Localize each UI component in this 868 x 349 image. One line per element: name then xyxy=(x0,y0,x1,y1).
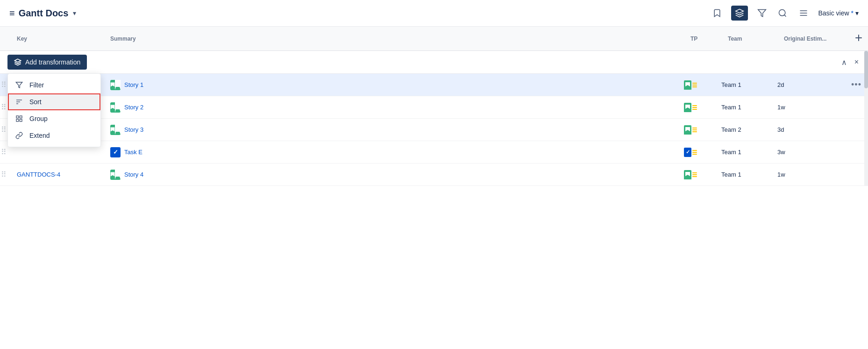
dropdown-item-group[interactable]: Group xyxy=(8,110,100,127)
svg-line-3 xyxy=(784,15,786,17)
estimate-cell: 1w xyxy=(770,167,845,182)
summary-text: Story 4 xyxy=(124,171,143,178)
drag-handle[interactable]: ⠿ xyxy=(0,170,9,179)
tp-icon xyxy=(684,125,697,135)
table-header: Key Summary TP Team Original Estim... xyxy=(0,27,868,51)
svg-rect-13 xyxy=(20,116,22,118)
table-row: ⠿ GANTTDOCS-4 Story 4 xyxy=(0,164,868,186)
tp-line-2 xyxy=(692,107,697,108)
sort-label: Sort xyxy=(29,98,42,106)
table-row: ⠿ Task E ✓ Team 1 3w xyxy=(0,141,868,164)
col-header-summary: Summary xyxy=(103,32,683,46)
group-label: Group xyxy=(29,115,48,122)
tp-lines-icon xyxy=(692,150,697,155)
team-cell: Team 1 xyxy=(714,78,770,92)
transform-bar-actions: ∧ × xyxy=(840,56,861,69)
summary-cell: Story 3 xyxy=(103,121,676,139)
dropdown-item-extend[interactable]: Extend xyxy=(8,127,100,144)
scroll-track[interactable] xyxy=(864,51,868,186)
add-transformation-label: Add transformation xyxy=(25,58,80,66)
transform-bar: Add transformation ∧ × Filter xyxy=(0,51,868,74)
story-type-icon xyxy=(110,170,121,180)
dropdown-item-sort[interactable]: Sort xyxy=(8,93,100,110)
tp-icon xyxy=(684,102,697,113)
team-cell: Team 1 xyxy=(714,167,770,182)
col-header-estimate: Original Estim... xyxy=(776,32,851,46)
tp-bookmark-icon xyxy=(684,170,691,179)
summary-text: Story 1 xyxy=(124,81,143,88)
tp-line-2 xyxy=(692,85,697,85)
tp-icon xyxy=(684,170,697,180)
tp-lines-icon xyxy=(692,105,697,110)
tp-icon xyxy=(684,80,697,90)
app-icon: ≡ xyxy=(9,8,15,19)
tp-line-3 xyxy=(692,109,697,110)
table-row: ⠿ Story 2 xyxy=(0,96,868,119)
svg-marker-1 xyxy=(758,10,766,17)
svg-rect-12 xyxy=(16,116,19,118)
sort-icon xyxy=(15,98,25,106)
tp-lines-icon xyxy=(692,172,697,177)
tp-line-2 xyxy=(692,174,697,175)
close-button[interactable]: × xyxy=(853,56,861,68)
tp-line-3 xyxy=(692,131,697,132)
main-content: Add transformation ∧ × Filter xyxy=(0,51,868,186)
header-left: ≡ Gantt Docs ▾ xyxy=(9,7,705,19)
key-cell: GANTTDOCS-4 xyxy=(9,167,103,182)
svg-rect-15 xyxy=(20,119,22,121)
filter-button[interactable] xyxy=(755,7,768,20)
collapse-button[interactable]: ∧ xyxy=(840,56,849,69)
title-text: Gantt Docs xyxy=(19,8,69,19)
view-selector-button[interactable]: Basic view* ▾ xyxy=(818,9,859,17)
col-header-key: Key xyxy=(9,32,103,46)
app-title: Gantt Docs ▾ xyxy=(19,7,78,19)
add-transformation-button[interactable]: Add transformation xyxy=(7,55,87,70)
view-label: Basic view xyxy=(818,9,849,17)
col-add-button[interactable] xyxy=(851,30,868,47)
tp-bookmark-icon xyxy=(684,125,691,135)
tp-line-2 xyxy=(692,152,697,153)
search-button[interactable] xyxy=(776,7,789,20)
svg-rect-14 xyxy=(16,119,19,121)
view-dropdown-arrow: ▾ xyxy=(855,9,859,17)
bookmark-button[interactable] xyxy=(711,7,724,20)
estimate-cell: 3w xyxy=(770,145,845,159)
summary-cell: Story 1 xyxy=(103,76,676,94)
tp-cell xyxy=(676,121,714,139)
col-header-tp: TP xyxy=(683,32,720,46)
tp-bookmark-icon xyxy=(684,103,691,112)
drag-handle[interactable]: ⠿ xyxy=(0,148,9,157)
tp-cell xyxy=(676,76,714,94)
team-cell: Team 1 xyxy=(714,145,770,159)
svg-marker-0 xyxy=(736,9,744,13)
tp-line-1 xyxy=(692,150,697,151)
table-row: ⠿ Story 3 xyxy=(0,119,868,141)
estimate-cell: 2d xyxy=(770,78,845,92)
svg-marker-7 xyxy=(14,59,21,62)
team-cell: Team 2 xyxy=(714,122,770,137)
tp-line-1 xyxy=(692,83,697,84)
team-cell: Team 1 xyxy=(714,100,770,114)
tp-lines-icon xyxy=(692,83,697,87)
layers-button[interactable] xyxy=(731,6,748,21)
app-header: ≡ Gantt Docs ▾ xyxy=(0,0,868,27)
columns-button[interactable] xyxy=(797,7,811,20)
col-header-team: Team xyxy=(720,32,776,46)
summary-text: Task E xyxy=(124,149,142,156)
summary-text: Story 3 xyxy=(124,126,143,133)
tp-task-icon: ✓ xyxy=(684,147,697,157)
tp-line-1 xyxy=(692,105,697,106)
group-icon xyxy=(15,115,25,122)
tp-line-1 xyxy=(692,172,697,173)
tp-cell: ✓ xyxy=(676,143,714,161)
row-actions-button[interactable]: ••• xyxy=(851,80,861,90)
extend-icon xyxy=(15,132,25,139)
title-dropdown-button[interactable]: ▾ xyxy=(71,7,78,19)
tp-line-3 xyxy=(692,154,697,155)
task-type-icon xyxy=(110,147,121,157)
dropdown-item-filter[interactable]: Filter xyxy=(8,77,100,93)
summary-text: Story 2 xyxy=(124,104,143,111)
scroll-thumb[interactable] xyxy=(864,51,868,88)
transformation-dropdown: Filter Sort xyxy=(7,73,101,147)
tp-cell xyxy=(676,166,714,184)
